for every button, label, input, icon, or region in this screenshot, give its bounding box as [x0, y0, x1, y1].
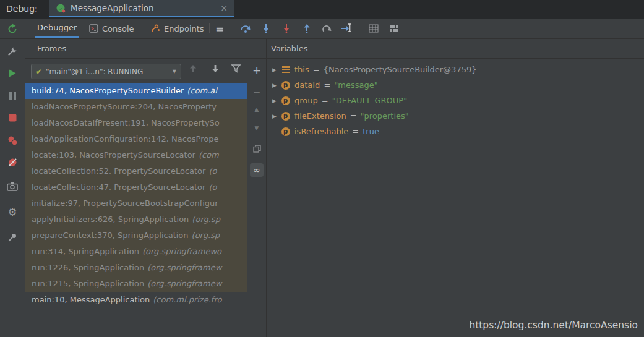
chevron-right-icon[interactable]: ▶ — [272, 113, 281, 119]
variables-panel-title: Variables — [267, 38, 644, 59]
frame-row[interactable]: loadApplicationConfiguration:142, NacosP… — [25, 131, 247, 147]
add-watch-icon[interactable]: + — [247, 64, 266, 77]
frames-list: build:74, NacosPropertySourceBuilder(com… — [25, 83, 247, 308]
toolbar-separator — [233, 23, 233, 33]
thread-selector-dropdown[interactable]: ✔ "main"@1 i...n": RUNNING ▼ — [31, 64, 181, 79]
console-icon — [89, 24, 98, 33]
frames-panel-title: Frames — [25, 38, 266, 59]
duplicate-watch-icon[interactable] — [247, 145, 266, 153]
debugger-toolbar: Debugger Console Endpoints ≡ — [0, 19, 644, 39]
chevron-right-icon[interactable]: ▶ — [272, 67, 281, 73]
variable-row[interactable]: ▶ p group = "DEFAULT_GROUP" — [267, 93, 642, 108]
frame-row[interactable]: loadNacosPropertySource:204, NacosProper… — [25, 99, 247, 115]
frame-row[interactable]: build:74, NacosPropertySourceBuilder(com… — [25, 83, 247, 99]
previous-frame-icon[interactable] — [189, 64, 197, 73]
chevron-right-icon[interactable]: ▶ — [272, 82, 281, 88]
chevron-right-icon[interactable]: ▶ — [272, 98, 281, 104]
mute-breakpoints-icon[interactable] — [0, 157, 25, 168]
layout-settings-icon[interactable] — [389, 19, 399, 38]
variable-value: "properties" — [361, 111, 409, 121]
parameter-icon: p — [281, 112, 290, 121]
resume-program-icon[interactable] — [0, 69, 25, 78]
frame-row[interactable]: loadNacosDataIfPresent:191, NacosPropert… — [25, 115, 247, 131]
variable-value: "DEFAULT_GROUP" — [332, 96, 407, 105]
force-step-into-icon[interactable] — [282, 19, 291, 38]
step-over-icon[interactable] — [240, 19, 251, 38]
debug-session-tab-label: MessageApplication — [71, 3, 154, 13]
toolbar-separator — [209, 23, 210, 33]
watches-toolbar: + − ▲ ▼ ∞ — [247, 59, 266, 337]
chevron-down-icon: ▼ — [173, 69, 176, 74]
tab-debugger[interactable]: Debugger — [35, 19, 79, 38]
tool-window-header-bar: Debug: MessageApplication × — [0, 0, 644, 19]
parameter-icon: p — [281, 81, 290, 90]
tab-endpoints[interactable]: Endpoints — [151, 19, 204, 38]
frame-row[interactable]: main:10, MessageApplication(com.ml.prize… — [25, 292, 247, 308]
frame-row[interactable]: run:1226, SpringApplication(org.springfr… — [25, 260, 247, 276]
debug-tool-window: Debug: MessageApplication × Debugger Con… — [0, 0, 644, 337]
tool-window-title: Debug: — [6, 4, 38, 14]
frame-row[interactable]: locateCollection:47, PropertySourceLocat… — [25, 179, 247, 195]
variable-row[interactable]: ▶ p dataId = "message" — [267, 77, 642, 93]
variable-value: {NacosPropertySourceBuilder@3759} — [324, 65, 477, 74]
variable-row[interactable]: ▶ p fileExtension = "properties" — [267, 108, 642, 124]
next-frame-icon[interactable] — [212, 64, 219, 73]
pause-program-icon[interactable] — [0, 92, 25, 101]
stop-icon[interactable] — [0, 114, 25, 122]
wrench-icon[interactable] — [0, 46, 25, 56]
watermark-text: https://blog.csdn.net/MarcoAsensio — [469, 320, 638, 331]
thread-selector-value: "main"@1 i...n": RUNNING — [46, 67, 169, 76]
endpoints-icon — [151, 24, 160, 33]
frame-row[interactable]: locate:103, NacosPropertySourceLocator(c… — [25, 147, 247, 163]
variable-value: true — [363, 127, 379, 136]
rerun-icon[interactable] — [0, 23, 25, 35]
thread-dump-camera-icon[interactable] — [0, 182, 25, 191]
close-icon[interactable]: × — [220, 3, 228, 13]
frame-row[interactable]: applyInitializers:626, SpringApplication… — [25, 211, 247, 228]
variables-list: ▶ this = {NacosPropertySourceBuilder@375… — [267, 62, 642, 139]
variable-row[interactable]: p isRefreshable = true — [267, 124, 642, 139]
frame-row[interactable]: prepareContext:370, SpringApplication(or… — [25, 228, 247, 244]
view-breakpoints-icon[interactable] — [0, 135, 25, 146]
tab-console[interactable]: Console — [89, 19, 134, 38]
move-watch-down-icon[interactable]: ▼ — [247, 125, 266, 131]
show-watches-toggle-icon[interactable]: ∞ — [247, 163, 266, 177]
frame-row[interactable]: locateCollection:52, PropertySourceLocat… — [25, 163, 247, 179]
gear-icon[interactable]: ⚙ — [0, 207, 25, 218]
text-cursor-pointer — [346, 23, 353, 33]
parameter-icon: p — [281, 127, 290, 136]
frame-row[interactable]: run:1215, SpringApplication(org.springfr… — [25, 276, 247, 292]
this-variable-icon — [281, 66, 290, 73]
variable-row[interactable]: ▶ this = {NacosPropertySourceBuilder@375… — [267, 62, 642, 77]
step-out-icon[interactable] — [303, 19, 311, 38]
pin-icon[interactable] — [0, 232, 25, 242]
more-options-menu-icon[interactable]: ≡ — [215, 19, 224, 38]
variable-value: "message" — [334, 80, 377, 90]
spring-boot-debug-icon — [56, 3, 66, 13]
debug-session-tab[interactable]: MessageApplication × — [49, 0, 234, 17]
parameter-icon: p — [281, 96, 290, 105]
frame-row[interactable]: initialize:97, PropertySourceBootstrapCo… — [25, 195, 247, 211]
step-into-icon[interactable] — [262, 19, 270, 38]
remove-watch-icon[interactable]: − — [247, 87, 266, 98]
move-watch-up-icon[interactable]: ▲ — [247, 106, 266, 113]
view-breakpoints-grid-icon[interactable] — [369, 19, 379, 38]
thread-running-check-icon: ✔ — [36, 67, 42, 76]
drop-frame-icon[interactable] — [322, 19, 332, 38]
frame-row[interactable]: run:314, SpringApplication(org.springfra… — [25, 244, 247, 260]
hide-library-frames-filter-icon[interactable] — [231, 64, 241, 73]
